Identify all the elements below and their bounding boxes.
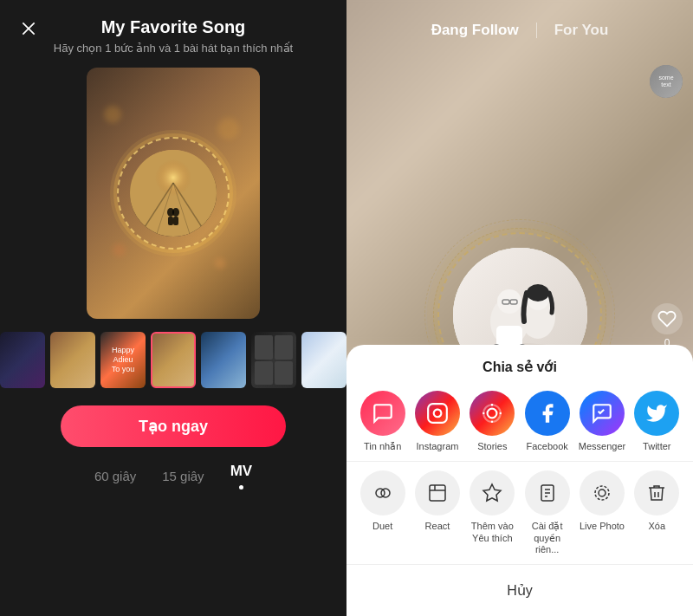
- yeuthich-label: Thêm vào Yêu thích: [467, 521, 517, 543]
- instagram-icon: [415, 391, 460, 436]
- share-item-twitter[interactable]: Twitter: [631, 391, 682, 452]
- thumbnail-item[interactable]: [201, 332, 246, 388]
- yeuthich-icon: [470, 470, 515, 515]
- tinnhan-icon: [360, 391, 405, 436]
- divider: [346, 461, 693, 462]
- react-label: React: [425, 521, 450, 532]
- thumbnail-item[interactable]: [0, 332, 45, 388]
- thumbnail-item-selected[interactable]: [151, 332, 196, 388]
- like-button[interactable]: [651, 303, 683, 334]
- share-item-tinnhan[interactable]: Tin nhắn: [358, 391, 408, 452]
- share-item-messenger[interactable]: Messenger: [577, 391, 627, 452]
- share-item-react[interactable]: React: [412, 470, 463, 555]
- tinnhan-label: Tin nhắn: [364, 441, 401, 452]
- thumbnail-item[interactable]: [301, 332, 346, 388]
- close-button[interactable]: [16, 16, 42, 42]
- caidat-icon: [525, 470, 570, 515]
- share-item-yeuthich[interactable]: Thêm vào Yêu thích: [467, 470, 517, 555]
- duration-tab-mv-container: MV: [230, 463, 253, 490]
- share-item-livephoto[interactable]: Live Photo: [577, 470, 627, 555]
- left-panel: My Favorite Song Hãy chọn 1 bức ảnh và 1…: [0, 0, 346, 616]
- messenger-label: Messenger: [579, 441, 625, 452]
- tab-following[interactable]: Đang Follow: [431, 22, 519, 39]
- silhouette-image: [130, 150, 217, 237]
- svg-rect-17: [496, 326, 522, 347]
- share-item-duet[interactable]: Duet: [358, 470, 408, 555]
- instagram-label: Instagram: [417, 441, 459, 452]
- messenger-icon: [580, 391, 625, 436]
- share-item-caidat[interactable]: Cài đặt quyền riên...: [522, 470, 573, 555]
- stories-icon: [470, 391, 515, 436]
- caidat-label: Cài đặt quyền riên...: [522, 521, 573, 555]
- duet-icon: [360, 470, 405, 515]
- duration-tab-60[interactable]: 60 giây: [94, 469, 136, 483]
- thumbnail-item[interactable]: [50, 332, 95, 388]
- stories-label: Stories: [477, 441, 507, 452]
- share-row-1: Tin nhắn Instagram: [346, 391, 693, 452]
- duet-label: Duet: [372, 521, 392, 532]
- right-header: Đang Follow For You: [346, 0, 693, 48]
- like-button-container: 0: [651, 303, 683, 349]
- main-preview: [87, 68, 260, 319]
- duration-tabs: 60 giây 15 giây MV: [94, 463, 252, 490]
- create-button[interactable]: Tạo ngay: [61, 405, 286, 447]
- page-subtitle: Hãy chọn 1 bức ảnh và 1 bài hát bạn thíc…: [54, 42, 293, 55]
- vinyl-ring: [117, 137, 230, 250]
- livephoto-icon: [580, 470, 625, 515]
- share-item-facebook[interactable]: Facebook: [522, 391, 573, 452]
- xoa-icon: [634, 470, 679, 515]
- share-item-xoa[interactable]: Xóa: [631, 470, 682, 555]
- cancel-button[interactable]: Hủy: [346, 574, 693, 607]
- twitter-label: Twitter: [643, 441, 670, 452]
- svg-point-9: [172, 208, 179, 217]
- facebook-icon: [525, 391, 570, 436]
- svg-rect-24: [428, 404, 447, 423]
- header-divider: [536, 23, 537, 38]
- facebook-label: Facebook: [526, 441, 567, 452]
- svg-rect-10: [168, 217, 173, 225]
- share-item-instagram[interactable]: Instagram: [412, 391, 463, 452]
- svg-rect-35: [430, 485, 445, 501]
- thumbnail-item[interactable]: [251, 332, 296, 388]
- svg-point-34: [381, 489, 390, 497]
- react-icon: [415, 470, 460, 515]
- xoa-label: Xóa: [649, 521, 666, 532]
- svg-marker-38: [483, 484, 501, 501]
- duration-tab-mv[interactable]: MV: [230, 463, 253, 480]
- svg-point-26: [488, 409, 497, 418]
- user-avatar: sometext: [650, 65, 683, 98]
- share-row-2: Duet React: [346, 470, 693, 555]
- twitter-icon: [634, 391, 679, 436]
- svg-point-44: [595, 486, 609, 500]
- active-tab-indicator: [239, 485, 243, 490]
- vinyl-inner: [130, 150, 217, 237]
- livephoto-label: Live Photo: [580, 521, 625, 532]
- svg-rect-11: [173, 217, 178, 225]
- page-title: My Favorite Song: [101, 17, 246, 37]
- share-title: Chia sẻ với: [346, 359, 693, 375]
- duration-tab-15[interactable]: 15 giây: [162, 469, 204, 483]
- svg-point-23: [527, 284, 549, 302]
- thumbnail-item[interactable]: HappyAdieuTo you: [100, 332, 146, 388]
- svg-point-43: [599, 490, 606, 496]
- share-sheet: Chia sẻ với Tin nhắn: [346, 345, 693, 616]
- right-panel: Đang Follow For You: [346, 0, 693, 616]
- tab-for-you[interactable]: For You: [554, 22, 609, 39]
- share-item-stories[interactable]: Stories: [467, 391, 517, 452]
- divider-2: [346, 564, 693, 565]
- svg-point-31: [484, 405, 502, 423]
- thumbnail-strip: HappyAdieuTo you: [0, 332, 355, 388]
